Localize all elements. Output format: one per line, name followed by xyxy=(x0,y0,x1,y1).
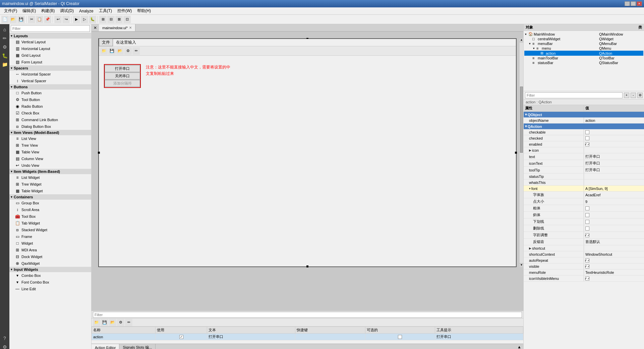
activity-welcome[interactable]: ⌂ xyxy=(1,26,9,34)
item-command-link-button[interactable]: ⊞Command Link Button xyxy=(9,116,91,123)
design-menu-file[interactable]: 文件 xyxy=(99,39,113,46)
item-scroll-area[interactable]: ↕Scroll Area xyxy=(9,206,91,213)
prop-config-btn[interactable]: ⚙ xyxy=(637,93,643,98)
prop-row-menurole[interactable]: menuRole TextHeuristicRole xyxy=(524,269,644,276)
toolbar-build[interactable]: ▶ xyxy=(73,16,80,23)
activity-help[interactable]: ? xyxy=(1,334,9,342)
section-input-widgets[interactable]: ▾Input Widgets xyxy=(9,267,91,272)
prop-row-objectname[interactable]: objectName action xyxy=(524,117,644,123)
toolbar-align-bottom[interactable]: ⊡ xyxy=(123,16,131,23)
prop-row-antialias[interactable]: 反锯齿 首选默认 xyxy=(524,239,644,245)
item-horizontal-layout[interactable]: ▥Horizontal Layout xyxy=(9,45,91,52)
item-table-view[interactable]: ▦Table View xyxy=(9,149,91,155)
menu-debug[interactable]: 调试(D) xyxy=(57,7,76,14)
item-undo-view[interactable]: ↩Undo View xyxy=(9,162,91,169)
item-list-view[interactable]: ≡List View xyxy=(9,135,91,142)
section-containers[interactable]: ▾Containers xyxy=(9,194,91,200)
prop-row-tooltip[interactable]: toolTip 打开串口 xyxy=(524,167,644,173)
item-line-edit[interactable]: —Line Edit xyxy=(9,286,91,292)
action-toolbar-btn2[interactable]: 💾 xyxy=(101,319,108,326)
item-tool-box[interactable]: 🧰Tool Box xyxy=(9,213,91,220)
prop-row-kerning[interactable]: 字距调整 ✓ xyxy=(524,232,644,239)
item-vertical-layout[interactable]: ▤Vertical Layout xyxy=(9,39,91,45)
menu-help[interactable]: 帮助(H) xyxy=(134,7,154,14)
action-filter-input[interactable] xyxy=(93,312,522,318)
tree-row-centralwidget[interactable]: □ centralWidget QWidget xyxy=(524,37,643,41)
iconvisible-checkbox[interactable]: ✓ xyxy=(585,277,589,281)
prop-row-shortcutcontext[interactable]: shortcutContext WindowShortcut xyxy=(524,251,644,257)
prop-row-fontfamily[interactable]: 字体族 AcadEref xyxy=(524,192,644,198)
prop-row-underline[interactable]: 下划线 xyxy=(524,218,644,225)
underline-checkbox[interactable] xyxy=(585,220,589,224)
section-spacers[interactable]: ▾Spacers xyxy=(9,65,91,71)
prop-row-whatsthis[interactable]: whatsThis xyxy=(524,180,644,186)
toolbar-copy[interactable]: 📋 xyxy=(36,16,43,23)
prop-row-checked[interactable]: checked xyxy=(524,135,644,141)
item-frame[interactable]: ▭Frame xyxy=(9,233,91,240)
scrollbar-up[interactable]: ▲ xyxy=(520,38,523,42)
item-dock-widget[interactable]: ⊟Dock Widget xyxy=(9,253,91,260)
item-vertical-spacer[interactable]: ↕Vertical Spacer xyxy=(9,78,91,84)
bold-checkbox[interactable] xyxy=(585,206,589,210)
popup-open-btn[interactable]: 打开串口 xyxy=(105,65,140,72)
prop-add-btn[interactable]: + xyxy=(624,93,629,98)
toolbar-align-right[interactable]: ⊟ xyxy=(107,16,115,23)
design-toolbar-btn2[interactable]: 💾 xyxy=(108,47,116,55)
action-toolbar-btn5[interactable]: ✏ xyxy=(125,319,132,326)
prop-row-icontext[interactable]: iconText 打开串口 xyxy=(524,160,644,167)
tab-action-editor[interactable]: Action Editor xyxy=(92,344,119,349)
prop-row-enabled[interactable]: enabled ✓ xyxy=(524,141,644,147)
item-list-widget[interactable]: ≡List Widget xyxy=(9,174,91,181)
kerning-checkbox[interactable]: ✓ xyxy=(585,233,589,237)
item-combo-box[interactable]: ▾Combo Box xyxy=(9,272,91,279)
prop-section-qaction[interactable]: ▾QAction xyxy=(524,123,644,129)
prop-row-autorepeat[interactable]: autoRepeat ✓ xyxy=(524,257,644,263)
menu-analyze[interactable]: Analyze xyxy=(76,8,96,14)
section-buttons[interactable]: ▾Buttons xyxy=(9,84,91,90)
toolbar-undo[interactable]: ↩ xyxy=(54,16,62,23)
prop-row-visible[interactable]: visible ✓ xyxy=(524,263,644,269)
item-group-box[interactable]: ▭Group Box xyxy=(9,200,91,206)
close-tab-btn[interactable]: ✕ xyxy=(92,24,99,32)
scrollbar-down[interactable]: ▼ xyxy=(520,263,523,267)
used-checkbox[interactable] xyxy=(179,335,183,339)
design-toolbar-btn5[interactable]: ✏ xyxy=(132,47,140,55)
item-font-combo-box[interactable]: ▾Font Combo Box xyxy=(9,279,91,286)
toolbar-new[interactable]: 📄 xyxy=(1,16,9,23)
action-toolbar-btn4[interactable]: ⚙ xyxy=(117,319,124,326)
menu-tools[interactable]: 工具(T) xyxy=(96,7,115,14)
activity-design[interactable]: ⚙ xyxy=(1,43,9,51)
tab-mainwindow[interactable]: mainwindow.ui* ✕ xyxy=(99,24,135,31)
handle-left[interactable] xyxy=(98,152,100,154)
item-tab-widget[interactable]: 📋Tab Widget xyxy=(9,220,91,227)
item-widget[interactable]: □Widget xyxy=(9,240,91,247)
italic-checkbox[interactable] xyxy=(585,213,589,217)
optional-checkbox[interactable] xyxy=(398,335,402,339)
tree-row-maintoolbar[interactable]: ≡ mainToolBar QToolBar xyxy=(524,56,643,60)
toolbar-debug[interactable]: 🐛 xyxy=(89,16,96,23)
activity-project[interactable]: 📁 xyxy=(1,60,9,68)
prop-row-statustip[interactable]: statusTip xyxy=(524,173,644,180)
toolbar-align-left[interactable]: ⊞ xyxy=(99,16,107,23)
prop-remove-btn[interactable]: - xyxy=(631,93,636,98)
item-push-button[interactable]: □Push Button xyxy=(9,90,91,96)
action-toolbar-btn3[interactable]: 📂 xyxy=(109,319,116,326)
menu-widget[interactable]: 控件(W) xyxy=(115,7,134,14)
item-tool-button[interactable]: ⚙Tool Button xyxy=(9,96,91,103)
toolbar-align-top[interactable]: ⊠ xyxy=(115,16,123,23)
item-horizontal-spacer[interactable]: ↔Horizontal Spacer xyxy=(9,71,91,78)
handle-right[interactable] xyxy=(515,152,517,154)
checkable-checkbox[interactable] xyxy=(585,130,589,134)
tab-signals-slots[interactable]: Signals Slots 编... xyxy=(119,344,156,349)
section-layouts[interactable]: ▾Layouts xyxy=(9,33,91,39)
item-dialog-button-box[interactable]: ⧈Dialog Button Box xyxy=(9,123,91,130)
widget-filter-input[interactable] xyxy=(11,25,90,32)
item-tree-widget[interactable]: ⊞Tree Widget xyxy=(9,181,91,188)
item-qaxwidget[interactable]: ⊗QaxWidget xyxy=(9,260,91,267)
prop-row-shortcut[interactable]: ▶ shortcut xyxy=(524,245,644,251)
tree-row-action[interactable]: ⊞ action QAction xyxy=(524,51,643,56)
maximize-button[interactable]: □ xyxy=(631,1,636,6)
tree-row-mainwindow[interactable]: ▾ 🏠 MainWindow QMainWindow xyxy=(524,32,643,37)
design-scrollbar-v[interactable]: ▲ ▼ xyxy=(519,38,523,267)
prop-row-text[interactable]: text 打开串口 xyxy=(524,153,644,160)
